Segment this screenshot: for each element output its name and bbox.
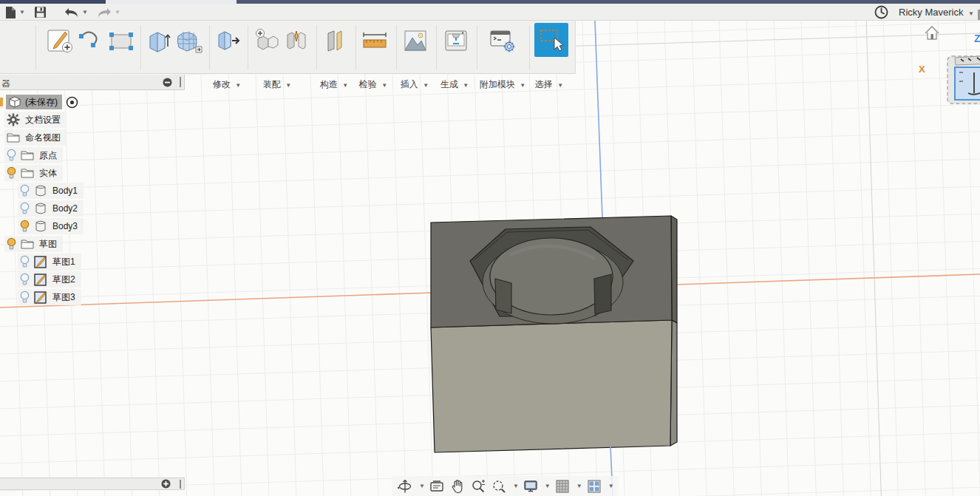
viewports-button[interactable] [585,478,603,495]
browser-row-sketch2[interactable]: 草图2 [18,271,81,288]
visibility-bulb-off-icon[interactable] [19,184,30,197]
create-form-button[interactable] [174,24,204,58]
panel-resize-handle[interactable] [180,480,181,489]
visibility-bulb-on-icon[interactable] [6,237,17,251]
browser-panel-header[interactable]: 器 [0,75,185,90]
browser-row-document-settings[interactable]: 文档设置 [4,112,67,128]
model-front-face[interactable] [431,320,672,452]
viewcube[interactable] [946,49,980,106]
sketch-icon [33,290,48,305]
make-button[interactable] [441,24,471,58]
select-tool-button[interactable] [534,23,568,57]
model-right-tangent-wall[interactable] [594,274,611,314]
visibility-bulb-off-icon[interactable] [19,202,30,215]
select-group-label[interactable]: 选择 ▼ [521,78,577,90]
user-menu[interactable]: Ricky Maverick ▼ [899,7,974,18]
user-menu-caret: ▼ [968,10,974,17]
sketch-icon [33,272,48,287]
zoom-button[interactable] [469,478,487,495]
file-menu-button[interactable]: ▼ [4,5,25,19]
browser-row-body1[interactable]: Body1 [18,183,84,199]
orbit-button[interactable] [396,478,414,495]
expand-panel-icon[interactable] [161,479,171,489]
joint-button[interactable] [282,24,311,58]
inspect-group-caret: ▼ [381,82,387,89]
create-sketch-button[interactable] [44,24,74,58]
folder-icon [20,148,35,163]
construct-plane-button[interactable] [321,24,350,58]
viewports-caret[interactable]: ▼ [608,483,614,489]
browser-row-sketches-folder[interactable]: 草图 [4,236,63,252]
pan-button[interactable] [449,478,466,495]
browser-row-named-views[interactable]: 命名视图 [4,129,67,146]
user-area: Ricky Maverick ▼ [874,4,974,21]
ribbon-separator [436,25,437,69]
ribbon-separator [316,25,317,69]
rectangle-tool-button[interactable] [106,24,136,58]
modify-group-label[interactable]: 修改 ▼ [200,78,254,90]
file-menu-caret: ▼ [19,9,25,16]
new-component-icon [253,27,280,54]
collapse-panel-icon[interactable] [163,78,172,87]
browser-row-origin[interactable]: 原点 [4,147,63,163]
row-label: 实体 [39,167,57,180]
new-component-button[interactable] [252,24,282,58]
panel-resize-handle[interactable] [180,77,181,87]
model-left-tangent-wall[interactable] [495,279,511,313]
zoom-icon [471,479,486,494]
row-label: 命名视图 [25,132,61,144]
orbit-caret[interactable]: ▼ [419,483,425,489]
row-label: Body2 [52,203,78,214]
look-at-button[interactable] [428,478,446,495]
display-settings-button[interactable] [522,478,540,495]
undo-icon [64,7,80,18]
extrude-button[interactable] [145,24,174,58]
undo-button[interactable]: ▼ [64,5,88,19]
assemble-group-label[interactable]: 装配 ▼ [250,78,304,90]
visibility-bulb-off-icon[interactable] [6,149,17,162]
redo-button[interactable]: ▼ [96,5,120,19]
select-group-caret: ▼ [557,82,563,89]
document-root-band[interactable]: (未保存) [6,95,62,109]
timeline-bar[interactable] [0,478,185,490]
display-settings-caret[interactable]: ▼ [545,483,551,489]
fit-caret[interactable]: ▼ [513,483,519,489]
fit-button[interactable] [490,478,508,495]
browser-row-body2[interactable]: Body2 [18,200,84,217]
save-button[interactable] [34,5,47,19]
model-body3[interactable] [431,216,677,452]
home-view-icon[interactable] [922,24,942,43]
body-icon [33,183,48,198]
ribbon-separator [396,25,397,69]
ribbon-separator [529,25,530,69]
visibility-bulb-on-icon[interactable] [19,220,30,233]
visibility-bulb-off-icon[interactable] [19,291,30,304]
make-group-caret: ▼ [463,82,469,89]
add-ins-button[interactable] [486,24,519,58]
browser-row-bodies-folder[interactable]: 实体 [4,165,63,181]
activate-radio-icon[interactable] [66,96,78,109]
grid-settings-caret[interactable]: ▼ [576,483,582,489]
visibility-bulb-off-icon[interactable] [19,255,30,268]
select-icon [537,25,566,55]
grid-settings-button[interactable] [554,478,571,495]
browser-row-body3[interactable]: Body3 [18,218,84,234]
ribbon-separator [248,25,248,69]
visibility-bulb-off-icon[interactable] [19,273,30,286]
joint-icon [283,27,310,54]
visibility-bulb-on-icon[interactable] [6,166,17,180]
create-form-icon [175,27,203,54]
redo-caret: ▼ [115,9,120,16]
gear-icon [6,112,21,127]
row-label: Body1 [52,186,78,196]
browser-row-document-root[interactable]: (未保存) [0,94,78,110]
browser-row-sketch1[interactable]: 草图1 [18,254,81,270]
measure-button[interactable] [360,24,389,58]
press-pull-button[interactable] [213,24,242,58]
spline-tool-button[interactable] [75,24,105,58]
history-clock-icon[interactable] [874,5,888,19]
viewcube-area: Z X [909,21,980,109]
insert-image-button[interactable] [401,24,430,58]
file-icon [4,6,17,19]
browser-row-sketch3[interactable]: 草图3 [18,289,81,305]
